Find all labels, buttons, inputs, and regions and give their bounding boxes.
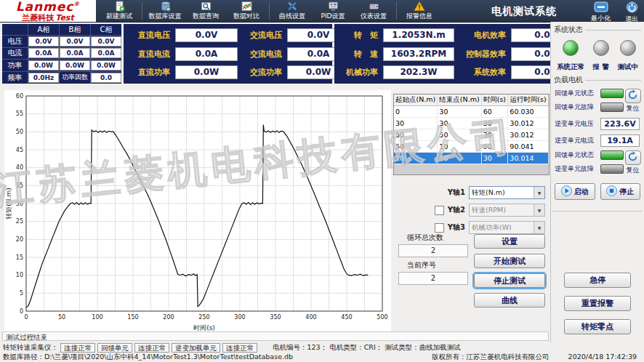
toolbar-divider <box>396 2 397 20</box>
mech-meter-value-cell: 1603.2RPM <box>383 47 454 61</box>
toolbar-button-search[interactable]: 数据查询 <box>185 1 226 21</box>
toolbar-button-instrument[interactable]: 仪表设置 <box>353 1 394 21</box>
feedback-fault-bar <box>600 102 624 112</box>
torque-zero-button[interactable]: 转矩零点 <box>564 319 631 334</box>
frequency-value-cell: 0.0Hz <box>28 72 60 84</box>
cycle-current-field[interactable]: 2 <box>398 272 468 285</box>
phase-value: 0.0W <box>60 60 90 71</box>
run-table-row[interactable]: 10103030.014 <box>394 153 549 164</box>
cycle-total-label: 循环总次数 <box>398 233 468 243</box>
phase-value-cell: 0.0A <box>60 48 91 60</box>
y-axis-select-1[interactable]: 转矩(N.m)▼ <box>469 186 545 199</box>
stop-test-button[interactable]: 停止测试 <box>474 273 545 288</box>
db-path-label: 数据库路径： <box>3 353 44 362</box>
dcac-meter-value: 0.0V <box>175 28 238 42</box>
run-table-header: 运行时间(s) <box>508 94 549 106</box>
window-title: 电机测试系统 <box>491 5 557 18</box>
phase-value: 0.0A <box>91 48 121 58</box>
toolbar-button-alarm[interactable]: 报警信息 <box>399 1 440 21</box>
dcac-meter-label: 直流电压 <box>129 30 170 41</box>
toolbar-button-compare[interactable]: 数据对比 <box>226 1 267 21</box>
exit-button[interactable]: 退出 <box>625 1 638 24</box>
toolbar-button-label: 数据库设置 <box>149 12 182 21</box>
start-button[interactable]: 启动 <box>555 183 595 200</box>
svg-text:30: 30 <box>16 201 23 207</box>
feedback-unit-group-2: 回馈单元状态 逆变单元故障 复位 <box>555 150 642 175</box>
toolbar-button-pid[interactable]: PID设置 <box>313 1 353 21</box>
toolbar-button-label: 新建测试 <box>106 12 132 21</box>
database-icon <box>160 1 171 11</box>
alarm-icon <box>414 1 425 11</box>
logo-subtext: 兰菱科技Test <box>22 14 73 22</box>
reset-button-1[interactable] <box>625 89 641 103</box>
mech-meter-label: 电机效率 <box>459 30 506 41</box>
inverter-current-value: 19.1A <box>600 134 640 147</box>
reset-alarm-button[interactable]: 重置报警 <box>564 296 631 311</box>
curve-button[interactable]: 曲线 <box>474 293 545 307</box>
run-steps-table-box: 起始点(N.m)结束点(N.m)时间(s)运行时间(s)0306060.0303… <box>393 94 550 175</box>
phase-value: 0.0V <box>91 36 121 47</box>
phase-col-header: C相 <box>91 24 121 36</box>
mech-meter-label: 转 矩 <box>340 30 378 41</box>
emergency-stop-button[interactable]: 急停 <box>564 273 631 288</box>
phase-value: 0.0A <box>28 48 59 58</box>
mech-meter-value: 1603.2RPM <box>383 47 454 61</box>
run-table-row[interactable]: 50109090.041 <box>394 141 549 153</box>
phase-value-cell: 0.0V <box>60 36 91 47</box>
svg-text:150: 150 <box>127 314 138 321</box>
feedback-status-bar-2 <box>600 150 624 160</box>
minimize-button[interactable]: 最小化 <box>591 1 611 23</box>
svg-text:50: 50 <box>16 129 23 135</box>
y-axis-row-1: Y轴1转矩(N.m)▼ <box>393 186 550 199</box>
led-system-normal <box>563 40 579 56</box>
inverter-unit-label: 逆变加载单元 <box>172 343 220 353</box>
phase-row-label: 电流 <box>2 48 28 60</box>
mechanical-meters: 转 矩1.2053N.m电机效率0.0%转 速1603.2RPM控制器效率0.0… <box>334 24 581 84</box>
motor-info: 电机编号：123； 电机类型：CRI； 测试类型：曲线加载测试 <box>273 343 461 353</box>
toolbar-button-new-test[interactable]: 新建测试 <box>99 1 140 21</box>
mech-meter-value-cell: 202.3W <box>383 65 454 79</box>
reset-button-2[interactable] <box>625 150 641 165</box>
run-table-row[interactable]: 50503030.012 <box>394 129 549 141</box>
lanmec-logo: Lanmec® 兰菱科技Test <box>0 0 96 22</box>
stop-icon <box>606 185 617 198</box>
toolbar-button-label: 报警信息 <box>406 12 432 21</box>
toolbar-button-curve-settings[interactable]: 曲线设置 <box>272 1 313 21</box>
torque-chart: 0501001502002503003504004505000510152025… <box>4 90 391 333</box>
logo-text: Lanmec® <box>16 1 81 13</box>
phase-value: 0.0V <box>60 36 90 47</box>
phase-value-cell: 0.0A <box>28 48 60 60</box>
play-icon <box>561 185 572 198</box>
cycle-current-label: 当前序号 <box>398 260 468 270</box>
chevron-down-icon: ▼ <box>534 187 544 198</box>
svg-text:60: 60 <box>16 93 23 100</box>
toolbar-button-label: 曲线设置 <box>279 12 305 21</box>
y-axis-checkbox-2[interactable] <box>435 206 444 215</box>
svg-text:450: 450 <box>341 314 352 321</box>
power-factor-value: 0.0 <box>91 73 121 83</box>
mech-meter-label: 系统效率 <box>459 67 506 78</box>
y-axis-label-1: Y轴1 <box>448 188 465 198</box>
system-status-title: 系统状态 <box>554 25 641 35</box>
svg-text:45: 45 <box>16 147 23 153</box>
stop-button[interactable]: 停止 <box>600 183 641 200</box>
right-panel: 系统状态 系统正常 报 警 测试中 负载电机 回馈单元状态 回馈单元故障 复位 … <box>550 22 644 342</box>
cycle-area: 循环总次数 2 当前序号 2 <box>398 231 468 288</box>
start-test-button[interactable]: 开始测试 <box>474 254 545 268</box>
settings-button[interactable]: 设置 <box>474 234 545 249</box>
mech-meter-label: 转 速 <box>340 49 378 60</box>
svg-text:时间(s): 时间(s) <box>193 324 215 331</box>
run-table-row[interactable]: 30303030.012 <box>394 118 549 129</box>
dcac-meter-label: 交流电流 <box>241 49 282 60</box>
svg-text:5: 5 <box>20 290 23 297</box>
cycle-total-field[interactable]: 2 <box>398 244 468 257</box>
run-table-row[interactable]: 0306060.030 <box>394 106 549 118</box>
mech-meter-label: 控制器效率 <box>459 49 506 60</box>
led-alarm <box>593 40 609 56</box>
power-factor-label: 功率因数 <box>60 72 91 84</box>
frequency-label: 频率 <box>2 72 28 84</box>
toolbar-button-database[interactable]: 数据库设置 <box>145 1 185 21</box>
power-factor-value-cell: 0.0 <box>91 72 121 84</box>
svg-text:25: 25 <box>16 218 23 225</box>
mech-meter-value: 1.2053N.m <box>383 28 454 42</box>
